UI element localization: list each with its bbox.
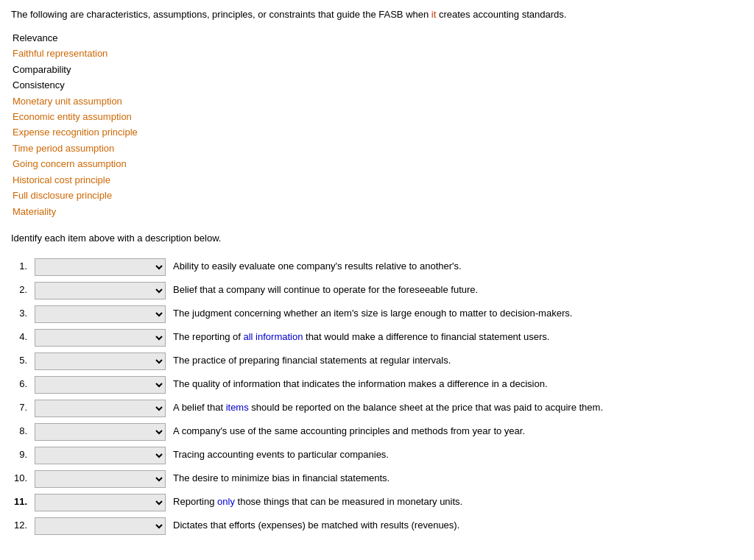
question-number-6: 6. [11,373,32,397]
question-row-5: 5.RelevanceFaithful representationCompar… [11,350,743,373]
answer-select-cell-12: RelevanceFaithful representationComparab… [32,514,170,538]
question-number-12: 12. [11,514,32,538]
question-row-6: 6.RelevanceFaithful representationCompar… [11,373,743,397]
answer-select-12[interactable]: RelevanceFaithful representationComparab… [35,517,166,535]
answer-select-6[interactable]: RelevanceFaithful representationComparab… [35,376,166,394]
term-item-0: Relevance [13,30,743,46]
question-description-11: Reporting only those things that can be … [170,491,743,514]
question-number-4: 4. [11,326,32,350]
term-item-2: Comparability [13,62,743,77]
question-description-12: Dictates that efforts (expenses) be matc… [170,514,743,538]
question-number-3: 3. [11,302,32,326]
question-row-4: 4.RelevanceFaithful representationCompar… [11,326,743,350]
question-number-7: 7. [11,397,32,420]
answer-select-8[interactable]: RelevanceFaithful representationComparab… [35,423,166,441]
question-description-2: Belief that a company will continue to o… [170,279,743,302]
question-number-2: 2. [11,279,32,302]
question-row-8: 8.RelevanceFaithful representationCompar… [11,420,743,444]
answer-select-cell-11: RelevanceFaithful representationComparab… [32,491,170,514]
term-item-9: Historical cost principle [13,172,743,188]
answer-select-4[interactable]: RelevanceFaithful representationComparab… [35,329,166,347]
description-highlight-7: items [226,402,249,413]
term-item-11: Materiality [13,204,743,219]
question-row-2: 2.RelevanceFaithful representationCompar… [11,279,743,302]
answer-select-5[interactable]: RelevanceFaithful representationComparab… [35,352,166,370]
intro-text-after: creates accounting standards. [436,9,566,20]
question-row-1: 1.RelevanceFaithful representationCompar… [11,255,743,279]
term-item-6: Expense recognition principle [13,124,743,140]
question-row-3: 3.RelevanceFaithful representationCompar… [11,302,743,326]
answer-select-cell-1: RelevanceFaithful representationComparab… [32,255,170,279]
term-item-10: Full disclosure principle [13,188,743,203]
question-description-3: The judgment concerning whether an item'… [170,302,743,326]
question-description-1: Ability to easily evaluate one company's… [170,255,743,279]
answer-select-7[interactable]: RelevanceFaithful representationComparab… [35,400,166,417]
question-number-10: 10. [11,467,32,491]
answer-select-11[interactable]: RelevanceFaithful representationComparab… [35,494,166,511]
answer-select-cell-7: RelevanceFaithful representationComparab… [32,397,170,420]
answer-select-9[interactable]: RelevanceFaithful representationComparab… [35,447,166,464]
term-item-7: Time period assumption [13,141,743,156]
question-number-11: 11. [11,491,32,514]
question-row-12: 12.RelevanceFaithful representationCompa… [11,514,743,538]
answer-select-cell-6: RelevanceFaithful representationComparab… [32,373,170,397]
question-description-4: The reporting of all information that wo… [170,326,743,350]
answer-select-2[interactable]: RelevanceFaithful representationComparab… [35,282,166,300]
description-highlight-11: only [217,496,235,507]
answer-select-cell-4: RelevanceFaithful representationComparab… [32,326,170,350]
questions-table: 1.RelevanceFaithful representationCompar… [11,255,743,538]
term-item-8: Going concern assumption [13,156,743,171]
term-item-4: Monetary unit assumption [13,93,743,109]
question-row-7: 7.RelevanceFaithful representationCompar… [11,397,743,420]
question-description-6: The quality of information that indicate… [170,373,743,397]
question-description-9: Tracing accounting events to particular … [170,444,743,467]
answer-select-3[interactable]: RelevanceFaithful representationComparab… [35,305,166,323]
description-highlight-4: all information [243,331,303,342]
question-number-8: 8. [11,420,32,444]
answer-select-cell-3: RelevanceFaithful representationComparab… [32,302,170,326]
question-row-9: 9.RelevanceFaithful representationCompar… [11,444,743,467]
question-description-10: The desire to minimize bias in financial… [170,467,743,491]
question-description-8: A company's use of the same accounting p… [170,420,743,444]
identify-instruction: Identify each item above with a descript… [11,231,743,247]
question-row-11: 11.RelevanceFaithful representationCompa… [11,491,743,514]
question-description-7: A belief that items should be reported o… [170,397,743,420]
term-item-5: Economic entity assumption [13,109,743,124]
term-item-3: Consistency [13,77,743,93]
question-row-10: 10.RelevanceFaithful representationCompa… [11,467,743,491]
answer-select-10[interactable]: RelevanceFaithful representationComparab… [35,470,166,488]
answer-select-cell-2: RelevanceFaithful representationComparab… [32,279,170,302]
intro-text-before: The following are characteristics, assum… [11,9,431,20]
answer-select-cell-10: RelevanceFaithful representationComparab… [32,467,170,491]
question-number-9: 9. [11,444,32,467]
answer-select-cell-5: RelevanceFaithful representationComparab… [32,350,170,373]
answer-select-cell-8: RelevanceFaithful representationComparab… [32,420,170,444]
terms-list: RelevanceFaithful representationComparab… [11,30,743,219]
answer-select-1[interactable]: RelevanceFaithful representationComparab… [35,258,166,276]
answer-select-cell-9: RelevanceFaithful representationComparab… [32,444,170,467]
question-number-5: 5. [11,350,32,373]
question-number-1: 1. [11,255,32,279]
intro-paragraph: The following are characteristics, assum… [11,7,743,23]
question-description-5: The practice of preparing financial stat… [170,350,743,373]
term-item-1: Faithful representation [13,46,743,61]
